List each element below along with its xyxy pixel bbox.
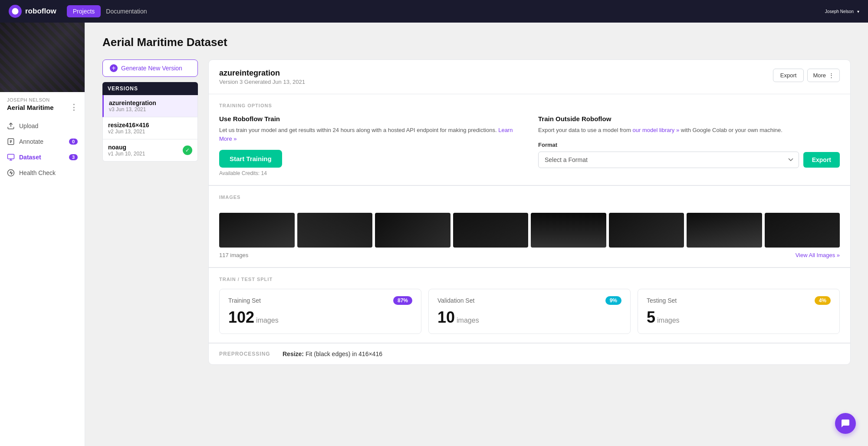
svg-point-0 <box>12 8 19 15</box>
versions-panel: + Generate New Version VERSIONS azureint… <box>102 59 198 365</box>
train-outside-desc: Export your data to use a model from our… <box>538 126 840 135</box>
logo-text: roboflow <box>25 7 56 16</box>
credits-text: Available Credits: 14 <box>219 170 521 176</box>
image-thumbnail <box>609 213 684 248</box>
project-preview <box>0 23 85 92</box>
versions-list-header: VERSIONS <box>102 82 198 95</box>
annotate-icon <box>7 138 15 145</box>
images-section: IMAGES 117 images View All I <box>209 186 850 268</box>
user-name: Joseph Nelson <box>825 9 854 14</box>
version-item-azureintegration[interactable]: azureintegration v3 Jun 13, 2021 <box>102 95 198 117</box>
use-roboflow-option: Use Roboflow Train Let us train your mod… <box>219 115 521 176</box>
card-subtitle: Version 3 Generated Jun 13, 2021 <box>219 79 305 85</box>
split-cards: Training Set 87% 102images Validation Se… <box>219 289 840 334</box>
roboflow-train-title: Use Roboflow Train <box>219 115 521 122</box>
version-item-noaug[interactable]: noaug v1 Jun 10, 2021 ✓ <box>102 139 198 162</box>
logo[interactable]: roboflow <box>9 5 56 18</box>
preview-overlay <box>0 23 85 92</box>
validation-set-title: Validation Set <box>437 297 474 304</box>
more-dots-icon: ⋮ <box>829 72 834 79</box>
sidebar-user: JOSEPH NELSON Aerial Maritime ⋮ <box>0 92 85 115</box>
topnav: roboflow Projects Documentation Joseph N… <box>0 0 868 23</box>
validation-set-badge: 9% <box>605 296 621 305</box>
version-meta: v1 Jun 10, 2021 <box>108 151 145 157</box>
preprocessing-section: PREPROCESSING Resize: Fit (black edges) … <box>209 344 850 364</box>
preview-image <box>0 23 85 92</box>
main-layout: JOSEPH NELSON Aerial Maritime ⋮ Upload A… <box>0 23 868 446</box>
training-set-badge: 87% <box>393 296 412 305</box>
training-set-card: Training Set 87% 102images <box>219 289 421 334</box>
testing-set-card: Testing Set 4% 5images <box>638 289 840 334</box>
testing-set-badge: 4% <box>815 296 831 305</box>
sidebar-item-annotate[interactable]: Annotate 0 <box>0 134 85 149</box>
documentation-link[interactable]: Documentation <box>106 8 147 15</box>
card-header-actions: Export More ⋮ <box>773 69 840 82</box>
generate-version-button[interactable]: + Generate New Version <box>102 59 198 77</box>
sidebar-item-health-check[interactable]: Health Check <box>0 165 85 181</box>
version-name: noaug <box>108 144 145 151</box>
image-thumbnail <box>765 213 840 248</box>
training-set-unit: images <box>256 317 279 324</box>
format-row: Select a Format COCO JSON YOLO v5 Pascal… <box>538 152 840 168</box>
main-content: Aerial Maritime Dataset + Generate New V… <box>85 23 868 446</box>
sidebar-item-upload[interactable]: Upload <box>0 118 85 134</box>
roboflow-train-desc: Let us train your model and get results … <box>219 126 521 143</box>
testing-set-title: Testing Set <box>647 297 677 304</box>
export-button[interactable]: Export <box>773 69 804 82</box>
sidebar-item-label: Annotate <box>19 138 43 145</box>
plus-icon: + <box>110 64 118 72</box>
model-library-link[interactable]: our model library » <box>633 127 680 133</box>
preprocessing-row: PREPROCESSING Resize: Fit (black edges) … <box>219 350 840 357</box>
main-card: azureintegration Version 3 Generated Jun… <box>208 59 851 365</box>
image-thumbnail <box>219 213 295 248</box>
image-thumbnail <box>531 213 606 248</box>
images-count: 117 images <box>219 252 248 258</box>
split-card-header: Testing Set 4% <box>647 296 831 305</box>
format-select[interactable]: Select a Format COCO JSON YOLO v5 Pascal… <box>538 152 799 168</box>
sidebar-item-dataset[interactable]: Dataset 3 <box>0 149 85 165</box>
chat-bubble-button[interactable] <box>835 413 856 434</box>
sidebar-nav: Upload Annotate 0 Dataset 3 Health Check <box>0 115 85 446</box>
image-thumbnail <box>453 213 529 248</box>
validation-set-card: Validation Set 9% 10images <box>428 289 631 334</box>
training-set-title: Training Set <box>228 297 261 304</box>
chat-icon <box>840 418 851 429</box>
validation-set-unit: images <box>457 317 479 324</box>
split-section-label: TRAIN / TEST SPLIT <box>219 277 840 282</box>
card-title: azureintegration <box>219 69 305 78</box>
format-export-button[interactable]: Export <box>803 152 840 168</box>
images-grid <box>219 213 840 248</box>
split-card-header: Training Set 87% <box>228 296 412 305</box>
training-set-count: 102 <box>228 308 254 326</box>
dataset-badge: 3 <box>69 154 78 160</box>
train-outside-option: Train Outside Roboflow Export your data … <box>538 115 840 176</box>
project-menu-dots[interactable]: ⋮ <box>70 102 78 112</box>
annotate-badge: 0 <box>69 139 78 145</box>
version-item-row: noaug v1 Jun 10, 2021 ✓ <box>108 144 192 157</box>
testing-set-unit: images <box>657 317 680 324</box>
logo-icon <box>9 5 22 18</box>
view-all-images-link[interactable]: View All Images » <box>796 252 840 258</box>
split-card-header: Validation Set 9% <box>437 296 621 305</box>
versions-layout: + Generate New Version VERSIONS azureint… <box>102 59 851 365</box>
user-menu[interactable]: Joseph Nelson ▾ <box>825 9 859 14</box>
image-thumbnail <box>375 213 450 248</box>
preprocessing-value: Resize: Fit (black edges) in 416×416 <box>283 350 382 357</box>
version-meta: v3 Jun 13, 2021 <box>109 106 192 112</box>
more-button[interactable]: More ⋮ <box>807 69 840 82</box>
card-header: azureintegration Version 3 Generated Jun… <box>209 60 850 94</box>
training-options: Use Roboflow Train Let us train your mod… <box>219 115 840 176</box>
training-section-label: TRAINING OPTIONS <box>219 103 840 108</box>
version-item-resize416[interactable]: resize416×416 v2 Jun 13, 2021 <box>102 117 198 139</box>
preprocessing-label: PREPROCESSING <box>219 351 276 357</box>
dataset-icon <box>7 153 15 161</box>
version-name: resize416×416 <box>108 122 192 129</box>
deployed-check-icon: ✓ <box>183 145 192 155</box>
train-outside-title: Train Outside Roboflow <box>538 115 840 122</box>
start-training-button[interactable]: Start Training <box>219 150 282 168</box>
projects-button[interactable]: Projects <box>67 5 101 17</box>
split-section: TRAIN / TEST SPLIT Training Set 87% 102i… <box>209 268 850 343</box>
images-section-label: IMAGES <box>219 195 240 200</box>
sidebar-item-label: Health Check <box>19 169 56 176</box>
page-title: Aerial Maritime Dataset <box>102 36 851 49</box>
